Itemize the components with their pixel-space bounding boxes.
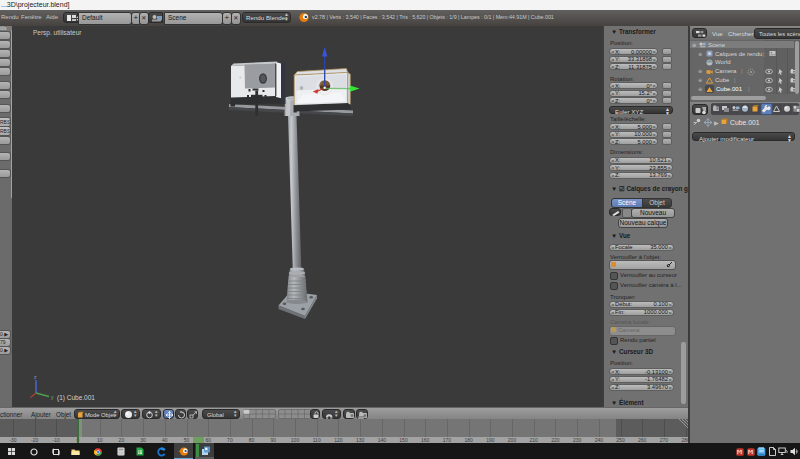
svg-text:z: z <box>34 374 37 380</box>
svg-text:y: y <box>51 394 54 400</box>
